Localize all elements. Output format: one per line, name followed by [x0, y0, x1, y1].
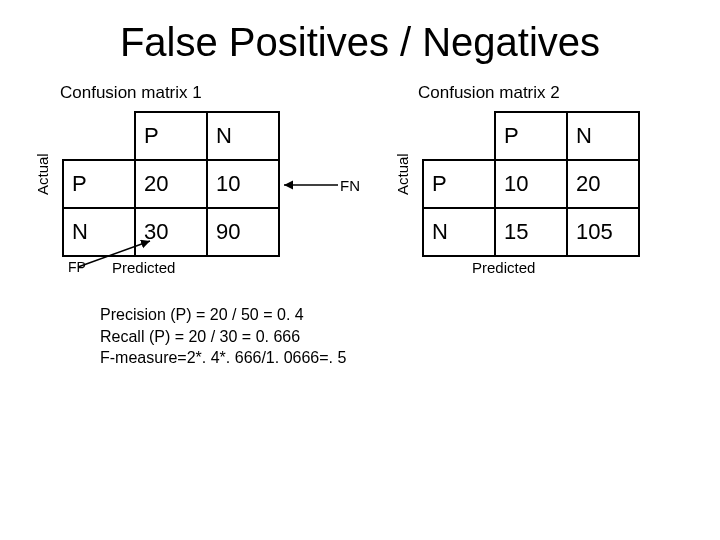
m2-row-p: P [423, 160, 495, 208]
matrix1-ylabel: Actual [34, 153, 51, 195]
m2-fn: 20 [567, 160, 639, 208]
m2-col-p: P [495, 112, 567, 160]
m2-tn: 105 [567, 208, 639, 256]
matrix2-table: P N P 10 20 N 15 105 [422, 111, 640, 257]
m2-col-n: N [567, 112, 639, 160]
m2-fp: 15 [495, 208, 567, 256]
m1-fp: 30 [135, 208, 207, 256]
m2-row-n: N [423, 208, 495, 256]
m1-tp: 20 [135, 160, 207, 208]
fn-tag: FN [340, 177, 360, 194]
subtitle-row: Confusion matrix 1 Confusion matrix 2 [0, 83, 720, 103]
matrix1-xlabel: Predicted [92, 259, 175, 276]
confusion-matrix-1: Actual P N P 20 10 N 30 90 FP Predicted … [40, 111, 400, 276]
confusion-matrix-2: Actual P N P 10 20 N 15 105 Predicted [400, 111, 680, 276]
recall-line: Recall (P) = 20 / 30 = 0. 666 [100, 326, 720, 348]
precision-line: Precision (P) = 20 / 50 = 0. 4 [100, 304, 720, 326]
metrics-block: Precision (P) = 20 / 50 = 0. 4 Recall (P… [100, 304, 720, 369]
m2-tp: 10 [495, 160, 567, 208]
fmeasure-line: F-measure=2*. 4*. 666/1. 0666=. 5 [100, 347, 720, 369]
matrix2-label: Confusion matrix 2 [400, 83, 660, 103]
m1-tn: 90 [207, 208, 279, 256]
m1-col-p: P [135, 112, 207, 160]
matrix1-table: P N P 20 10 N 30 90 [62, 111, 280, 257]
matrix1-label: Confusion matrix 1 [60, 83, 400, 103]
matrix2-ylabel: Actual [394, 153, 411, 195]
m1-fn: 10 [207, 160, 279, 208]
m1-row-n: N [63, 208, 135, 256]
fp-tag: FP [62, 259, 92, 275]
m1-row-p: P [63, 160, 135, 208]
m1-col-n: N [207, 112, 279, 160]
matrix2-xlabel: Predicted [452, 259, 535, 276]
page-title: False Positives / Negatives [0, 0, 720, 65]
